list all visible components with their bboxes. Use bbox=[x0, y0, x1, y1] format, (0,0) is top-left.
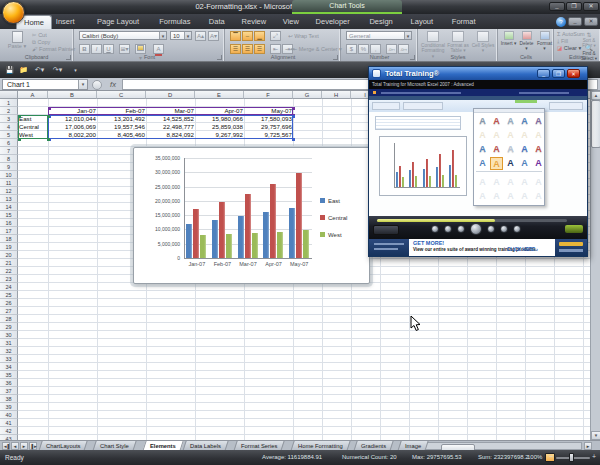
number-format-combo[interactable]: General▾ bbox=[346, 31, 412, 40]
row-header-37[interactable]: 37 bbox=[0, 387, 18, 395]
bold-button[interactable]: B bbox=[79, 44, 90, 54]
row-header-32[interactable]: 32 bbox=[0, 347, 18, 355]
qat-customize-icon[interactable]: ▾ bbox=[70, 65, 81, 75]
wordart-style-option[interactable]: A bbox=[476, 115, 489, 128]
increase-decimal-button[interactable]: .0↤ bbox=[386, 44, 397, 54]
merge-center-button[interactable]: ⇥⇤ Merge & Center ▾ bbox=[288, 46, 342, 52]
fill-button[interactable]: ⤓ Fill bbox=[557, 38, 568, 45]
hscroll-right-icon[interactable]: ► bbox=[584, 442, 592, 450]
wordart-style-option[interactable]: A bbox=[490, 115, 503, 128]
font-color-button[interactable]: A bbox=[153, 44, 164, 54]
save-icon[interactable]: 💾 bbox=[4, 65, 15, 75]
row-header-8[interactable]: 8 bbox=[0, 155, 18, 163]
wordart-style-option[interactable]: A bbox=[504, 176, 517, 189]
italic-button[interactable]: I bbox=[91, 44, 102, 54]
row-header-5[interactable]: 5 bbox=[0, 131, 18, 139]
player-button-3[interactable] bbox=[470, 223, 482, 235]
row-header-35[interactable]: 35 bbox=[0, 371, 18, 379]
tab-format[interactable]: Format bbox=[445, 15, 483, 29]
conditional-formatting-button[interactable]: Conditional Formatting ▾ bbox=[421, 30, 445, 56]
align-left-button[interactable]: ☰ bbox=[230, 44, 241, 54]
alignment-dialog-launcher[interactable] bbox=[333, 55, 338, 60]
decrease-decimal-button[interactable]: .0↦ bbox=[398, 44, 409, 54]
last-sheet-button[interactable]: ▐► bbox=[29, 442, 37, 450]
restore-button[interactable]: ❐ bbox=[566, 2, 582, 11]
paste-button[interactable]: Paste ▾ bbox=[6, 31, 28, 49]
row-header-42[interactable]: 42 bbox=[0, 427, 18, 435]
wordart-style-option[interactable]: A bbox=[518, 176, 531, 189]
tab-review[interactable]: Review bbox=[235, 15, 274, 29]
next-sheet-button[interactable]: ► bbox=[20, 442, 28, 450]
tab-data[interactable]: Data bbox=[202, 15, 232, 29]
align-right-button[interactable]: ☰ bbox=[254, 44, 265, 54]
vertical-scroll-thumb[interactable] bbox=[591, 100, 600, 148]
font-name-combo[interactable]: Calibri (Body)▾ bbox=[79, 31, 167, 40]
row-header-38[interactable]: 38 bbox=[0, 395, 18, 403]
tt-volume-meter[interactable] bbox=[565, 225, 583, 233]
row-header-13[interactable]: 13 bbox=[0, 195, 18, 203]
row-header-11[interactable]: 11 bbox=[0, 179, 18, 187]
cut-button[interactable]: ✂ Cut bbox=[32, 32, 47, 38]
chevron-down-icon[interactable]: ▾ bbox=[404, 32, 411, 39]
borders-button[interactable]: ⊞▾ bbox=[119, 44, 130, 54]
row-header-41[interactable]: 41 bbox=[0, 419, 18, 427]
format-cells-button[interactable]: Format ▾ bbox=[536, 30, 553, 56]
chevron-down-icon[interactable]: ▾ bbox=[184, 32, 191, 39]
row-header-12[interactable]: 12 bbox=[0, 187, 18, 195]
row-header-6[interactable]: 6 bbox=[0, 139, 18, 147]
row-header-36[interactable]: 36 bbox=[0, 379, 18, 387]
column-header-H[interactable]: H bbox=[322, 91, 351, 99]
fill-color-button[interactable]: ▾ bbox=[135, 44, 146, 54]
delete-cells-button[interactable]: Delete ▾ bbox=[518, 30, 535, 56]
tab-view[interactable]: View bbox=[276, 15, 306, 29]
row-header-3[interactable]: 3 bbox=[0, 115, 18, 123]
tt-minimize-button[interactable]: _ bbox=[537, 69, 550, 78]
row-header-30[interactable]: 30 bbox=[0, 331, 18, 339]
row-header-16[interactable]: 16 bbox=[0, 219, 18, 227]
align-middle-button[interactable]: – bbox=[242, 31, 253, 41]
row-header-25[interactable]: 25 bbox=[0, 291, 18, 299]
tt-close-button[interactable]: ✕ bbox=[567, 69, 580, 78]
legend-item-east[interactable]: East bbox=[320, 198, 340, 204]
embedded-chart[interactable]: 05,000,00010,000,00015,000,00020,000,000… bbox=[133, 147, 370, 284]
format-as-table-button[interactable]: Format as Table ▾ bbox=[446, 30, 470, 56]
align-top-button[interactable]: ▔ bbox=[230, 31, 241, 41]
row-header-23[interactable]: 23 bbox=[0, 275, 18, 283]
wordart-style-option[interactable]: A bbox=[490, 129, 503, 142]
wordart-style-option[interactable]: A bbox=[476, 157, 489, 170]
row-header-26[interactable]: 26 bbox=[0, 299, 18, 307]
font-size-combo[interactable]: 10▾ bbox=[170, 31, 192, 40]
insert-cells-button[interactable]: Insert ▾ bbox=[500, 30, 517, 56]
clipboard-dialog-launcher[interactable] bbox=[66, 55, 71, 60]
column-header-E[interactable]: E bbox=[195, 91, 244, 99]
tab-page-layout[interactable]: Page Layout bbox=[90, 15, 146, 29]
tab-developer[interactable]: Developer bbox=[309, 15, 357, 29]
percent-button[interactable]: % bbox=[358, 44, 369, 54]
open-folder-icon[interactable]: 📁 bbox=[18, 65, 29, 75]
number-dialog-launcher[interactable] bbox=[410, 55, 415, 60]
column-header-G[interactable]: G bbox=[293, 91, 322, 99]
tab-formulas[interactable]: Formulas bbox=[152, 15, 197, 29]
cell-styles-button[interactable]: Cell Styles ▾ bbox=[471, 30, 495, 56]
wordart-style-option[interactable]: A bbox=[476, 129, 489, 142]
scroll-down-icon[interactable]: ▼ bbox=[591, 431, 600, 440]
column-header-C[interactable]: C bbox=[97, 91, 146, 99]
tt-maximize-button[interactable]: ❐ bbox=[552, 69, 565, 78]
row-header-9[interactable]: 9 bbox=[0, 163, 18, 171]
row-header-20[interactable]: 20 bbox=[0, 251, 18, 259]
row-header-24[interactable]: 24 bbox=[0, 283, 18, 291]
shrink-font-button[interactable]: A▾ bbox=[208, 31, 219, 41]
wordart-style-option[interactable]: A bbox=[490, 157, 503, 170]
tt-progress-track[interactable] bbox=[377, 219, 567, 222]
legend-item-west[interactable]: West bbox=[320, 232, 342, 238]
row-header-1[interactable]: 1 bbox=[0, 99, 18, 107]
close-button[interactable]: ✕ bbox=[583, 2, 599, 11]
wordart-style-option[interactable]: A bbox=[476, 176, 489, 189]
workbook-close-button[interactable]: ✕ bbox=[584, 17, 598, 26]
row-header-28[interactable]: 28 bbox=[0, 315, 18, 323]
player-button-6[interactable] bbox=[513, 225, 521, 233]
row-header-39[interactable]: 39 bbox=[0, 403, 18, 411]
wordart-style-option[interactable]: A bbox=[504, 190, 517, 203]
row-header-10[interactable]: 10 bbox=[0, 171, 18, 179]
tab-design[interactable]: Design bbox=[362, 15, 399, 29]
